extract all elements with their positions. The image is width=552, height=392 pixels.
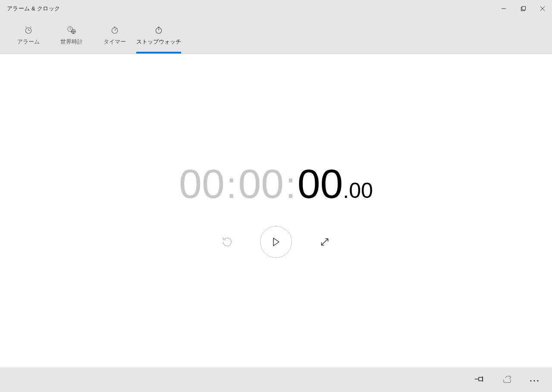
expand-button[interactable] (318, 235, 332, 249)
decimal-dot: . (343, 178, 349, 203)
alarm-clock-icon (24, 25, 33, 35)
svg-point-28 (530, 380, 531, 381)
tab-world-clock[interactable]: 世界時計 (50, 20, 93, 53)
tab-label: ストップウォッチ (136, 38, 181, 46)
tab-label: アラーム (17, 38, 40, 46)
time-display: 00 : 00 : 00 . 00 (179, 163, 373, 204)
more-button[interactable] (530, 376, 539, 384)
svg-line-24 (321, 238, 328, 245)
tab-bar: アラーム 世界時計 タイマー ストップウォッチ (0, 17, 552, 54)
command-bar (0, 367, 552, 392)
more-icon (530, 379, 539, 382)
svg-line-15 (115, 29, 116, 31)
share-button[interactable] (502, 375, 512, 385)
tab-timer[interactable]: タイマー (93, 20, 136, 53)
colon-2: : (284, 167, 298, 204)
svg-line-8 (25, 27, 27, 28)
svg-marker-23 (273, 238, 279, 246)
svg-rect-26 (479, 377, 483, 381)
play-button[interactable] (260, 226, 292, 258)
hours-value: 00 (179, 163, 225, 204)
stopwatch-controls (220, 226, 332, 258)
svg-rect-2 (522, 6, 525, 10)
tab-stopwatch[interactable]: ストップウォッチ (136, 20, 181, 53)
svg-line-9 (30, 27, 31, 28)
maximize-button[interactable] (513, 0, 533, 17)
minimize-button[interactable] (494, 0, 513, 17)
window-controls (494, 0, 552, 17)
app-title: アラーム & クロック (7, 5, 60, 13)
hundredths-value: 00 (349, 178, 373, 203)
minimize-icon (501, 6, 506, 11)
close-button[interactable] (533, 0, 552, 17)
play-icon (272, 237, 280, 247)
tab-label: 世界時計 (60, 38, 83, 46)
stopwatch-canvas: 00 : 00 : 00 . 00 (0, 54, 552, 367)
minutes-value: 00 (238, 163, 284, 204)
svg-line-18 (117, 28, 117, 28)
reset-icon (221, 236, 233, 248)
stopwatch-icon (154, 25, 163, 35)
maximize-icon (521, 6, 526, 11)
svg-point-29 (533, 380, 535, 381)
share-icon (502, 375, 512, 383)
title-bar: アラーム & クロック (0, 0, 552, 17)
pin-icon (474, 375, 485, 383)
seconds-value: 00 (298, 163, 343, 204)
globe-clock-icon (67, 25, 76, 35)
expand-icon (319, 236, 330, 248)
tab-label: タイマー (104, 38, 126, 46)
close-icon (540, 6, 545, 11)
pin-button[interactable] (474, 375, 485, 385)
tab-alarm[interactable]: アラーム (7, 20, 50, 53)
colon-1: : (225, 167, 238, 204)
reset-button[interactable] (220, 235, 234, 249)
timer-icon (110, 25, 119, 35)
svg-point-30 (537, 380, 538, 381)
